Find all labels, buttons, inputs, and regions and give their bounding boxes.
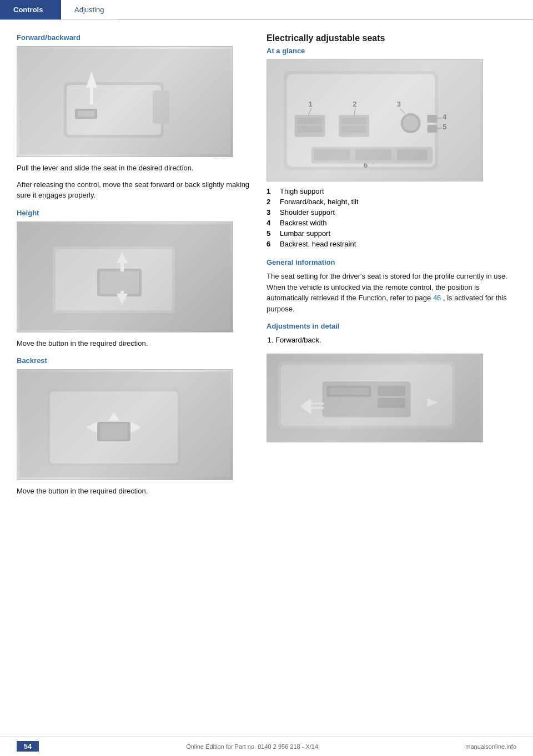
svg-rect-37 <box>428 125 438 133</box>
forward-backward-image <box>17 46 233 157</box>
forward-back-detail-image <box>266 354 483 442</box>
section-forward-backward-title: Forward/backward <box>17 33 250 42</box>
svg-rect-29 <box>298 118 323 124</box>
svg-rect-51 <box>314 149 350 160</box>
main-content: Forward/backward Pull the lever and slid… <box>0 20 533 513</box>
page-number: 54 <box>17 741 39 752</box>
page-footer: 54 Online Edition for Part no. 0140 2 95… <box>0 736 533 756</box>
svg-rect-36 <box>428 115 438 123</box>
left-column: Forward/backward Pull the lever and slid… <box>17 33 250 502</box>
height-text: Move the button in the required directio… <box>17 338 250 349</box>
svg-rect-5 <box>90 88 93 104</box>
section-backrest-title: Backrest <box>17 356 250 365</box>
svg-rect-68 <box>315 406 318 409</box>
footer-edition-text: Online Edition for Part no. 0140 2 956 2… <box>186 743 318 750</box>
svg-rect-33 <box>341 126 366 133</box>
svg-rect-14 <box>120 263 124 271</box>
adjustments-detail-title: Adjustments in detail <box>266 322 516 330</box>
svg-text:3: 3 <box>397 100 401 108</box>
list-item: 5 Lumbar support <box>266 229 516 238</box>
page-header: Controls Adjusting <box>0 0 533 20</box>
list-item: 1 Thigh support <box>266 187 516 195</box>
seat-diagram-image: 1 2 3 4 5 6 <box>266 59 483 182</box>
footer-logo-text: manualsonline.info <box>465 743 516 750</box>
at-a-glance-title: At a glance <box>266 47 516 55</box>
section-height-title: Height <box>17 209 250 217</box>
general-information-title: General information <box>266 258 516 266</box>
svg-rect-12 <box>100 271 139 294</box>
svg-rect-53 <box>397 149 428 160</box>
svg-rect-32 <box>341 118 366 124</box>
height-image <box>17 221 233 332</box>
forward-backward-text2: After releasing the control, move the se… <box>17 179 250 201</box>
backrest-text: Move the button in the required directio… <box>17 486 250 497</box>
header-divider <box>117 19 533 19</box>
svg-rect-70 <box>321 406 324 409</box>
svg-rect-52 <box>355 149 391 160</box>
svg-rect-60 <box>378 386 405 396</box>
svg-rect-30 <box>298 126 323 133</box>
svg-rect-66 <box>321 402 324 404</box>
general-information-text: The seat setting for the driver's seat i… <box>266 271 516 314</box>
main-title: Electrically adjustable seats <box>266 33 516 43</box>
svg-text:2: 2 <box>353 100 356 108</box>
seat-features-list: 1 Thigh support 2 Forward/back, height, … <box>266 187 516 248</box>
svg-rect-69 <box>318 406 321 409</box>
svg-text:5: 5 <box>443 123 446 131</box>
list-item: 3 Shoulder support <box>266 208 516 216</box>
svg-rect-59 <box>329 388 369 395</box>
svg-rect-61 <box>378 398 405 408</box>
adjustment-item: Forward/back. <box>275 335 516 346</box>
forward-backward-text1: Pull the lever and slide the seat in the… <box>17 163 250 174</box>
svg-rect-63 <box>311 402 314 404</box>
svg-rect-7 <box>78 111 94 117</box>
tab-controls[interactable]: Controls <box>0 0 61 19</box>
svg-point-35 <box>403 115 419 131</box>
tab-adjusting[interactable]: Adjusting <box>61 0 117 19</box>
right-column: Electrically adjustable seats At a glanc… <box>266 33 516 502</box>
svg-rect-65 <box>318 402 321 404</box>
list-item: 6 Backrest, head restraint <box>266 240 516 248</box>
svg-rect-3 <box>153 90 169 124</box>
svg-text:1: 1 <box>309 100 313 108</box>
list-item: 4 Backrest width <box>266 219 516 227</box>
svg-rect-21 <box>100 424 128 440</box>
svg-rect-67 <box>311 406 314 409</box>
list-item: 2 Forward/back, height, tilt <box>266 198 516 206</box>
adjustments-list: Forward/back. <box>275 335 516 346</box>
backrest-image <box>17 369 233 480</box>
svg-rect-64 <box>315 402 318 404</box>
svg-text:4: 4 <box>443 113 447 121</box>
page-reference-link[interactable]: 46 <box>433 294 441 302</box>
